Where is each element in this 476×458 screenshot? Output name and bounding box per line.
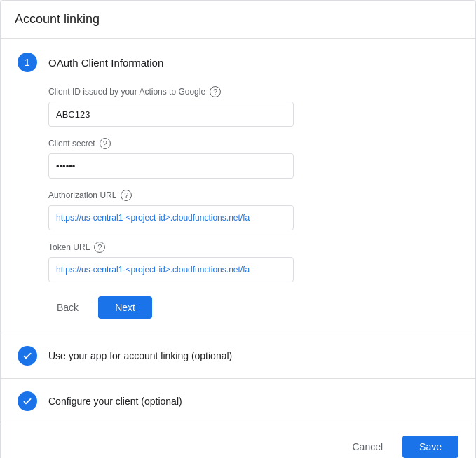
client-secret-label-text: Client secret xyxy=(48,139,95,148)
step1-form: Client ID issued by your Actions to Goog… xyxy=(48,86,458,319)
client-secret-help-icon[interactable]: ? xyxy=(100,138,111,149)
step1-section: 1 OAuth Client Information Client ID iss… xyxy=(1,39,475,333)
token-url-input[interactable] xyxy=(48,257,294,282)
client-id-label: Client ID issued by your Actions to Goog… xyxy=(48,86,458,97)
token-url-label-text: Token URL xyxy=(48,242,90,252)
auth-url-group: Authorization URL ? xyxy=(48,190,458,230)
client-id-group: Client ID issued by your Actions to Goog… xyxy=(48,86,458,127)
dialog-footer: Cancel Save xyxy=(1,424,475,458)
client-secret-group: Client secret ? xyxy=(48,138,458,179)
save-button[interactable]: Save xyxy=(402,436,458,458)
cancel-button[interactable]: Cancel xyxy=(344,436,391,458)
dialog-body: 1 OAuth Client Information Client ID iss… xyxy=(1,39,475,424)
auth-url-input[interactable] xyxy=(48,205,294,230)
dialog-title: Account linking xyxy=(1,1,475,39)
step1-circle: 1 xyxy=(18,53,37,72)
account-linking-dialog: Account linking 1 OAuth Client Informati… xyxy=(0,0,476,458)
client-id-label-text: Client ID issued by your Actions to Goog… xyxy=(48,87,205,97)
step3-check-icon xyxy=(22,396,33,407)
step3-check-circle xyxy=(18,391,37,411)
step1-buttons: Back Next xyxy=(48,296,458,319)
step2-check-circle xyxy=(18,346,37,366)
step1-title: OAuth Client Information xyxy=(48,57,163,69)
step2-check-icon xyxy=(22,350,33,361)
auth-url-label: Authorization URL ? xyxy=(48,190,458,201)
next-button[interactable]: Next xyxy=(98,296,152,319)
step2-label: Use your app for account linking (option… xyxy=(48,350,232,361)
auth-url-help-icon[interactable]: ? xyxy=(121,190,132,201)
step3-label: Configure your client (optional) xyxy=(48,396,182,407)
auth-url-label-text: Authorization URL xyxy=(48,190,116,200)
client-secret-label: Client secret ? xyxy=(48,138,458,149)
token-url-group: Token URL ? xyxy=(48,242,458,282)
step1-header: 1 OAuth Client Information xyxy=(18,53,458,72)
step2-section: Use your app for account linking (option… xyxy=(1,333,475,379)
client-id-input[interactable] xyxy=(48,102,294,127)
step1-number: 1 xyxy=(25,57,30,68)
token-url-label: Token URL ? xyxy=(48,242,458,253)
token-url-help-icon[interactable]: ? xyxy=(94,242,105,253)
client-secret-input[interactable] xyxy=(48,153,294,179)
client-id-help-icon[interactable]: ? xyxy=(210,86,221,97)
step3-section: Configure your client (optional) xyxy=(1,379,475,424)
back-button[interactable]: Back xyxy=(48,296,87,319)
